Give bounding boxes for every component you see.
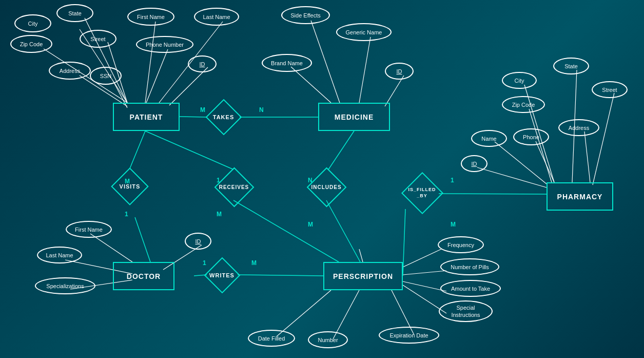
- ellipse-expirationdate: Expiration Date: [379, 327, 439, 344]
- ellipse-patient-id: ID: [188, 55, 217, 72]
- relation-visits-label: VISITS: [120, 183, 141, 190]
- ellipse-city1: City: [14, 14, 51, 32]
- cardinality-isfilled-pharmacy: 1: [451, 177, 454, 184]
- relation-includes-label: INCLUDES: [311, 184, 341, 190]
- ellipse-state2: State: [553, 58, 589, 74]
- ellipse-numofpills: Number of Pills: [440, 258, 499, 275]
- cardinality-writes-prescription: M: [251, 259, 257, 267]
- relation-takes: TAKES: [207, 100, 240, 134]
- svg-line-26: [359, 249, 363, 262]
- cardinality-patient-visits: M: [125, 178, 130, 185]
- ellipse-ssn: SSN: [90, 67, 122, 85]
- cardinality-receives-prescription: M: [217, 211, 222, 218]
- ellipse-lastname2: Last Name: [37, 247, 82, 263]
- relation-receives: RECEIVES: [216, 168, 252, 205]
- cardinality-isfilled-prescription: M: [451, 221, 456, 228]
- svg-line-21: [477, 167, 547, 187]
- ellipse-medicine-id: ID: [385, 63, 414, 80]
- relation-is-filled-by-label: IS_FILLED_BY: [408, 187, 436, 199]
- svg-line-44: [403, 209, 405, 276]
- entity-doctor: DOCTOR: [113, 262, 174, 290]
- svg-line-37: [135, 217, 150, 262]
- ellipse-sideeffects: Side Effects: [281, 6, 330, 24]
- relation-includes: INCLUDES: [308, 168, 345, 205]
- relation-is-filled-by: IS_FILLED_BY: [403, 174, 441, 212]
- ellipse-pharmacy-id: ID: [461, 155, 487, 172]
- svg-line-20: [536, 141, 554, 182]
- svg-line-18: [584, 131, 590, 182]
- svg-line-43: [326, 200, 360, 262]
- relation-writes-label: WRITES: [209, 272, 235, 278]
- svg-line-45: [439, 194, 547, 194]
- ellipse-street1: Street: [80, 30, 116, 48]
- ellipse-firstname2: First Name: [66, 221, 112, 238]
- svg-line-32: [333, 290, 359, 339]
- relation-receives-label: RECEIVES: [219, 184, 249, 190]
- cardinality-takes-medicine: N: [259, 106, 264, 114]
- svg-line-36: [130, 131, 145, 168]
- ellipse-firstname1: First Name: [127, 8, 174, 26]
- relation-writes: WRITES: [205, 258, 239, 292]
- ellipse-zipcode1: Zip Code: [10, 35, 52, 53]
- ellipse-frequency: Frequency: [438, 236, 484, 253]
- ellipse-brandname: Brand Name: [262, 54, 312, 72]
- ellipse-phone2: Phone: [513, 128, 549, 145]
- svg-line-39: [238, 275, 323, 276]
- ellipse-state1: State: [56, 4, 93, 22]
- svg-line-40: [145, 131, 233, 169]
- ellipse-name2: Name: [471, 130, 507, 147]
- svg-line-6: [145, 22, 155, 103]
- svg-line-16: [529, 109, 552, 182]
- cardinality-doctor-writes: 1: [203, 259, 206, 267]
- svg-line-42: [328, 131, 354, 169]
- svg-line-27: [403, 249, 441, 267]
- ellipse-city2: City: [502, 72, 537, 89]
- ellipse-specializations: Specializations: [35, 277, 95, 294]
- svg-line-31: [277, 290, 331, 336]
- svg-line-10: [311, 21, 340, 103]
- entity-pharmacy: PHARMACY: [547, 182, 613, 211]
- relation-takes-label: TAKES: [213, 114, 234, 120]
- ellipse-street2: Street: [592, 81, 628, 98]
- svg-line-17: [593, 93, 614, 185]
- cardinality-patient-receives: 1: [217, 177, 220, 184]
- svg-line-13: [385, 76, 404, 106]
- ellipse-amounttotake: Amount to Take: [440, 280, 501, 297]
- svg-line-41: [233, 200, 339, 262]
- ellipse-specialinstr: SpecialInstructions: [439, 300, 493, 322]
- ellipse-address2: Address: [558, 119, 599, 136]
- svg-line-19: [495, 142, 547, 184]
- ellipse-number: Number: [308, 331, 348, 348]
- cardinality-visits-doctor: 1: [125, 211, 128, 218]
- ellipse-datefilled: Date Filled: [248, 330, 295, 347]
- cardinality-includes-prescription: M: [308, 221, 313, 228]
- ellipse-doctor-id: ID: [185, 233, 211, 250]
- svg-line-34: [180, 117, 207, 117]
- svg-line-8: [146, 49, 168, 103]
- svg-line-29: [403, 281, 446, 291]
- svg-line-28: [403, 271, 446, 275]
- ellipse-phonenumber: Phone Number: [136, 36, 193, 53]
- ellipse-zipcode2: Zip Code: [502, 96, 545, 113]
- relation-visits: VISITS: [112, 168, 148, 204]
- svg-line-22: [90, 234, 132, 262]
- svg-line-9: [169, 67, 208, 105]
- svg-line-12: [359, 37, 370, 103]
- entity-medicine: MEDICINE: [318, 103, 390, 131]
- ellipse-address1: Address: [49, 62, 91, 80]
- entity-perscription: PERSCRIPTION: [323, 262, 403, 290]
- ellipse-genericname: Generic Name: [336, 23, 392, 41]
- entity-patient: PATIENT: [113, 103, 180, 131]
- cardinality-patient-takes: M: [200, 106, 205, 114]
- svg-line-11: [291, 67, 331, 103]
- cardinality-medicine-includes: N: [308, 177, 313, 184]
- ellipse-lastname1: Last Name: [194, 8, 239, 26]
